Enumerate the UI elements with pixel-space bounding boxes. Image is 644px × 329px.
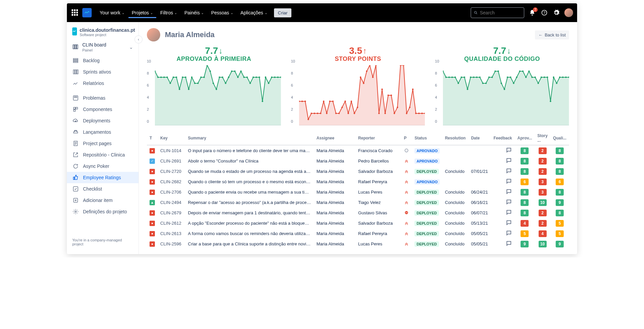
- feedback-icon[interactable]: [506, 189, 512, 195]
- nav-filters[interactable]: Filtros⌄: [157, 7, 180, 18]
- project-header[interactable]: clinica.doutorfinancas.pt Software proje…: [67, 27, 139, 42]
- issue-key-link[interactable]: CLIN-2682: [160, 179, 181, 184]
- sidebar-item-employee-ratings[interactable]: Employee Ratings: [67, 172, 139, 183]
- feedback-icon[interactable]: [506, 168, 512, 174]
- nav-dashboards[interactable]: Painéis⌄: [181, 7, 207, 18]
- issue-key-link[interactable]: CLIN-1014: [160, 148, 181, 153]
- help-icon[interactable]: ?: [540, 9, 548, 17]
- notifications-icon[interactable]: 7: [528, 9, 536, 17]
- svg-point-32: [185, 77, 187, 78]
- sidebar-item-repo[interactable]: Repositório - Clinica: [67, 149, 139, 160]
- sidebar-item-backlog[interactable]: Backlog: [67, 55, 139, 66]
- column-header[interactable]: Date: [468, 131, 491, 145]
- table-row[interactable]: ● CLIN-1014 O input para o número e tele…: [147, 145, 569, 156]
- column-header[interactable]: Key: [158, 131, 185, 145]
- issue-summary[interactable]: Criar a base para que a Clínica suporte …: [185, 239, 314, 249]
- issue-key-link[interactable]: CLIN-2706: [160, 190, 181, 195]
- feedback-icon[interactable]: [506, 209, 512, 215]
- product-logo[interactable]: [82, 8, 92, 17]
- table-row[interactable]: ● CLIN-2679 Depois de enviar mensagem pa…: [147, 208, 569, 218]
- priority-low-icon: [404, 148, 409, 153]
- issue-key-link[interactable]: CLIN-2691: [160, 158, 181, 163]
- table-row[interactable]: ● CLIN-2682 Quando o cliente só tem um p…: [147, 177, 569, 187]
- issue-key-link[interactable]: CLIN-2679: [160, 210, 181, 215]
- metric-value: 7.7↓: [493, 45, 511, 56]
- table-row[interactable]: ✓ CLIN-2691 Abolir o termo "Consultor" n…: [147, 156, 569, 166]
- sidebar-item-releases[interactable]: Lançamentos: [67, 126, 139, 138]
- table-row[interactable]: ● CLIN-2706 Quando o paciente envia ou r…: [147, 187, 569, 197]
- create-button[interactable]: Criar: [274, 8, 292, 17]
- column-header[interactable]: T: [147, 131, 158, 145]
- nav-people[interactable]: Pessoas⌄: [208, 7, 237, 18]
- feedback-icon[interactable]: [506, 240, 512, 246]
- resolution: Concluído: [442, 239, 468, 249]
- app-switcher-icon[interactable]: [71, 9, 79, 17]
- sidebar-item-async-poker[interactable]: Async Poker: [67, 160, 139, 172]
- column-header[interactable]: Aprov...: [515, 131, 535, 145]
- column-header[interactable]: Resolution: [442, 131, 468, 145]
- svg-point-109: [445, 77, 447, 78]
- sidebar-item-checklist[interactable]: Checklist: [67, 183, 139, 195]
- sidebar-item-components[interactable]: Componentes: [67, 104, 139, 115]
- issue-key-link[interactable]: CLIN-2720: [160, 169, 181, 174]
- back-to-list-button[interactable]: ←Back to list: [535, 30, 569, 39]
- sidebar-item-issues[interactable]: Problemas: [67, 92, 139, 104]
- plus-icon: [72, 197, 79, 203]
- column-header[interactable]: Reporter: [356, 131, 401, 145]
- table-row[interactable]: ● CLIN-2612 A opção "Esconder processo d…: [147, 218, 569, 228]
- issue-summary[interactable]: A forma como vamos buscar os reminders n…: [185, 228, 314, 239]
- assignee: Maria Almeida: [314, 166, 356, 177]
- sidebar-item-pages[interactable]: Project pages: [67, 138, 139, 149]
- column-header[interactable]: Assignee: [314, 131, 356, 145]
- issue-summary[interactable]: O input para o número e telefone do clie…: [185, 145, 314, 156]
- feedback-icon[interactable]: [506, 220, 512, 226]
- feedback-icon[interactable]: [506, 147, 512, 153]
- feedback-icon[interactable]: [506, 157, 512, 163]
- table-row[interactable]: ▲ CLIN-2494 Repensar o dar "acesso ao pr…: [147, 197, 569, 208]
- feedback-icon[interactable]: [506, 199, 512, 205]
- svg-point-126: [497, 71, 499, 72]
- feedback-icon[interactable]: [506, 178, 512, 184]
- feedback-icon[interactable]: [506, 230, 512, 236]
- user-avatar[interactable]: [564, 8, 573, 17]
- issue-key-link[interactable]: CLIN-2494: [160, 200, 181, 205]
- sidebar-item-deployments[interactable]: Deployments: [67, 115, 139, 126]
- column-header[interactable]: Quali...: [550, 131, 569, 145]
- sidebar-item-active-sprints[interactable]: Sprints ativos: [67, 66, 139, 78]
- search-input[interactable]: [471, 7, 524, 18]
- nav-apps[interactable]: Aplicações⌄: [237, 7, 271, 18]
- table-row[interactable]: ● CLIN-2720 Quando se muda o estado de u…: [147, 166, 569, 177]
- svg-point-130: [510, 77, 512, 78]
- issue-key-link[interactable]: CLIN-2613: [160, 231, 181, 236]
- sidebar-collapse-button[interactable]: ‹: [134, 35, 143, 43]
- sidebar-item-add[interactable]: Adicionar item: [67, 195, 139, 206]
- nav-your-work[interactable]: Your work⌄: [96, 7, 128, 18]
- notification-count: 7: [533, 7, 538, 12]
- column-header[interactable]: Summary: [185, 131, 314, 145]
- issue-summary[interactable]: Abolir o termo "Consultor" na Clínica: [185, 156, 314, 166]
- issue-summary[interactable]: Quando se muda o estado de um processo n…: [185, 166, 314, 177]
- sidebar-item-settings[interactable]: Definições do projeto: [67, 206, 139, 217]
- svg-point-82: [351, 101, 352, 102]
- column-header[interactable]: Status: [412, 131, 442, 145]
- nav-projects[interactable]: Projetos⌄: [128, 7, 156, 18]
- score-story: 10: [539, 241, 547, 247]
- settings-icon[interactable]: [552, 9, 560, 17]
- issue-summary[interactable]: Quando o paciente envia ou recebe uma me…: [185, 187, 314, 197]
- issue-summary[interactable]: Quando o cliente só tem um processo e o …: [185, 177, 314, 187]
- issue-key-link[interactable]: CLIN-2596: [160, 241, 181, 246]
- issue-summary[interactable]: A opção "Esconder processo do paciente" …: [185, 218, 314, 228]
- issue-key-link[interactable]: CLIN-2612: [160, 221, 181, 226]
- issue-summary[interactable]: Depois de enviar mensagem para 1 destina…: [185, 208, 314, 218]
- table-row[interactable]: ● CLIN-2613 A forma como vamos buscar os…: [147, 228, 569, 239]
- sidebar-board[interactable]: CLIN board Painel ⌄: [67, 42, 139, 55]
- svg-rect-8: [73, 62, 78, 63]
- svg-point-87: [366, 71, 368, 72]
- column-header[interactable]: P: [401, 131, 412, 145]
- column-header[interactable]: Story ...: [535, 131, 550, 145]
- sidebar-item-reports[interactable]: Relatórios: [67, 78, 139, 89]
- issue-summary[interactable]: Repensar o dar "acesso ao processo" (a.k…: [185, 197, 314, 208]
- column-header[interactable]: Feedback: [491, 131, 515, 145]
- svg-point-141: [544, 77, 545, 78]
- table-row[interactable]: ● CLIN-2596 Criar a base para que a Clín…: [147, 239, 569, 249]
